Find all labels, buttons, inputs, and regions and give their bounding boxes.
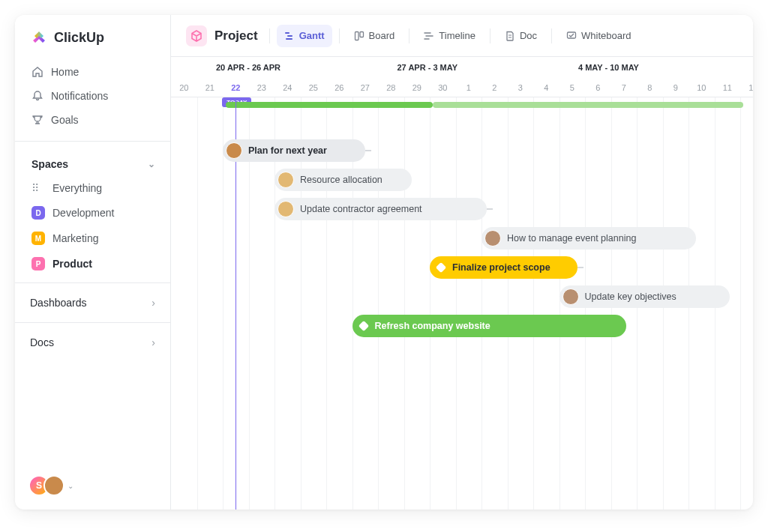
gantt-task[interactable]: Resource allocation — [274, 169, 412, 191]
day-label: 2 — [482, 83, 508, 92]
day-label: 11 — [715, 83, 741, 92]
spaces-label: Spaces — [32, 158, 68, 170]
day-label: 25 — [301, 83, 327, 92]
whiteboard-icon — [566, 31, 577, 41]
project-chip[interactable]: Project — [182, 22, 262, 49]
view-tab-label: Doc — [520, 30, 537, 41]
day-label: 27 — [352, 83, 379, 92]
nav-notifications[interactable]: Notifications — [24, 84, 161, 108]
day-label: 30 — [430, 83, 456, 92]
day-label: 3 — [508, 83, 534, 92]
sidebar-space-development[interactable]: D Development — [24, 202, 161, 224]
sidebar-dashboards[interactable]: Dashboards › — [15, 289, 170, 316]
timeline-icon — [424, 31, 434, 41]
day-label: 9 — [663, 83, 689, 92]
view-tab-doc[interactable]: Doc — [497, 25, 544, 47]
board-icon — [354, 31, 364, 41]
day-label: 22 — [223, 83, 249, 92]
view-tab-gantt[interactable]: Gantt — [277, 25, 332, 47]
day-label: 5 — [560, 83, 586, 92]
gantt-task[interactable]: Finalize project scope — [430, 256, 578, 279]
gantt-body[interactable]: TODAYPlan for next yearResource allocati… — [171, 97, 753, 510]
logo-text: ClickUp — [54, 30, 104, 46]
sidebar-space-product[interactable]: P Product — [24, 253, 161, 275]
day-label: 10 — [688, 83, 715, 92]
progress-bar — [226, 102, 433, 108]
bell-icon — [32, 90, 44, 102]
space-label: Product — [52, 258, 92, 270]
grid-icon: ⠿ — [32, 182, 44, 194]
progress-bar — [433, 102, 743, 108]
sidebar-docs-label: Docs — [30, 336, 54, 348]
day-label: 4 — [533, 83, 560, 92]
chevron-down-icon: ⌄ — [68, 482, 74, 490]
views-toolbar: Project Gantt Board Timeline Doc — [171, 15, 753, 57]
avatar — [484, 230, 501, 247]
gantt-chart[interactable]: 20 APR - 26 APR27 APR - 3 MAY4 MAY - 10 … — [171, 57, 753, 510]
space-badge: D — [32, 206, 45, 220]
day-label: 7 — [611, 83, 638, 92]
workspace-avatars[interactable]: S ⌄ — [15, 471, 170, 501]
nav-goals-label: Goals — [51, 114, 79, 126]
day-label: 24 — [274, 83, 301, 92]
day-label: 6 — [585, 83, 611, 92]
doc-icon — [505, 31, 515, 41]
spaces-header[interactable]: Spaces ⌄ — [15, 148, 170, 176]
view-tab-label: Gantt — [299, 30, 325, 41]
avatar — [226, 142, 242, 159]
day-label: 12 — [740, 83, 753, 92]
chevron-right-icon: › — [152, 297, 155, 309]
view-tab-board[interactable]: Board — [346, 25, 403, 47]
nav-goals[interactable]: Goals — [24, 108, 161, 132]
nav-home-label: Home — [51, 66, 79, 78]
gantt-task[interactable]: Update key objectives — [560, 285, 730, 308]
clickup-logo-icon — [30, 28, 48, 46]
sidebar-space-marketing[interactable]: M Marketing — [24, 227, 161, 250]
day-label: 1 — [456, 83, 482, 92]
day-label: 29 — [404, 83, 430, 92]
view-tab-timeline[interactable]: Timeline — [416, 25, 483, 47]
day-label: 8 — [637, 83, 663, 92]
space-label: Marketing — [52, 232, 98, 244]
svg-rect-0 — [285, 32, 290, 34]
avatar — [278, 172, 294, 188]
trophy-icon — [32, 114, 44, 126]
day-label: 28 — [378, 83, 404, 92]
cube-icon — [186, 25, 207, 46]
space-label: Development — [52, 207, 115, 219]
sidebar: ClickUp Home Notifications Goals Spaces … — [15, 15, 171, 510]
gantt-task[interactable]: Refresh company website — [352, 315, 627, 337]
diamond-icon — [436, 262, 446, 273]
day-label: 23 — [249, 83, 275, 92]
task-label: Resource allocation — [300, 175, 382, 185]
diamond-icon — [358, 321, 368, 331]
sidebar-everything[interactable]: ⠿ Everything — [24, 178, 161, 199]
avatar — [44, 475, 64, 496]
project-name: Project — [214, 28, 258, 43]
week-label: 20 APR - 26 APR — [216, 63, 280, 72]
svg-rect-5 — [568, 32, 576, 38]
nav-notifications-label: Notifications — [51, 90, 108, 102]
day-label: 26 — [326, 83, 352, 92]
day-label: 21 — [197, 83, 224, 92]
logo[interactable]: ClickUp — [15, 28, 170, 57]
task-label: Refresh company website — [375, 321, 490, 331]
chevron-right-icon: › — [152, 336, 155, 348]
home-icon — [32, 66, 44, 78]
chevron-down-icon: ⌄ — [148, 159, 155, 169]
view-tab-label: Board — [369, 30, 395, 41]
space-badge: P — [32, 257, 45, 270]
view-tab-whiteboard[interactable]: Whiteboard — [559, 25, 638, 47]
gantt-task[interactable]: Update contractor agreement — [274, 198, 487, 220]
view-tab-label: Timeline — [439, 30, 476, 41]
sidebar-dashboards-label: Dashboards — [30, 297, 87, 309]
avatar — [278, 201, 294, 217]
task-label: Update key objectives — [585, 291, 676, 302]
sidebar-docs[interactable]: Docs › — [15, 329, 170, 356]
gantt-task[interactable]: Plan for next year — [223, 139, 365, 162]
nav-home[interactable]: Home — [24, 60, 161, 84]
sidebar-everything-label: Everything — [52, 182, 102, 194]
avatar — [562, 288, 579, 305]
view-tab-label: Whiteboard — [581, 30, 631, 41]
gantt-task[interactable]: How to manage event planning — [482, 227, 696, 250]
